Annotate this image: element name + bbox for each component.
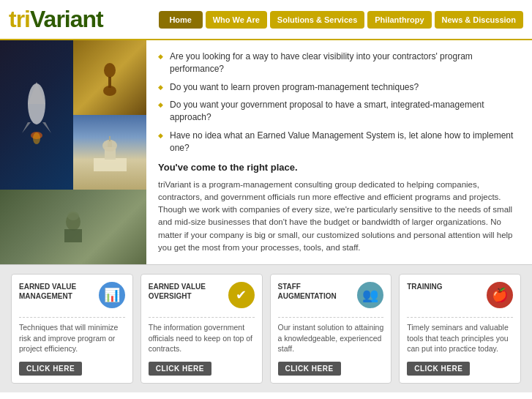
logo: triVariant: [9, 6, 103, 33]
svg-marker-2: [22, 122, 31, 133]
capitol-image: [73, 115, 146, 190]
bullet-item-3: Have no idea what an Earned Value Manage…: [158, 130, 520, 154]
card-divider-evo: [149, 317, 255, 318]
card-evo: EARNED VALUE OVERSIGHT✔The information g…: [141, 274, 263, 384]
card-title-training: TRAINING: [407, 282, 482, 291]
card-staff: STAFF AUGMENTATION👥Our instant solution …: [270, 274, 392, 384]
navigation: HomeWho We AreSolutions & ServicesPhilan…: [159, 11, 523, 29]
click-here-button-evm[interactable]: CLICK HERE: [19, 362, 82, 376]
card-training: TRAINING🍎Timely seminars and valuable to…: [399, 274, 521, 384]
description: triVariant is a program-management consu…: [158, 179, 520, 255]
header: triVariant HomeWho We AreSolutions & Ser…: [0, 0, 532, 40]
click-here-button-evo[interactable]: CLICK HERE: [149, 362, 211, 376]
svg-point-8: [103, 86, 116, 96]
tagline: You've come to the right place.: [158, 162, 520, 173]
svg-point-6: [104, 63, 116, 78]
card-header-evm: EARNED VALUE MANAGEMENT📊: [19, 282, 125, 308]
card-text-training: Timely seminars and valuable tools that …: [407, 322, 513, 354]
card-icon-evo: ✔: [228, 282, 255, 308]
image-collage: [0, 40, 146, 264]
bullet-item-1: Do you want to learn proven program-mana…: [158, 81, 520, 94]
card-header-staff: STAFF AUGMENTATION👥: [278, 282, 384, 308]
text-content-area: Are you looking for a way to have clear …: [146, 40, 532, 264]
svg-rect-15: [64, 229, 82, 242]
click-here-button-staff[interactable]: CLICK HERE: [278, 362, 341, 376]
card-text-evo: The information government officials nee…: [149, 322, 255, 354]
card-icon-training: 🍎: [487, 282, 513, 308]
svg-marker-3: [42, 122, 51, 133]
svg-rect-9: [94, 158, 127, 171]
card-evm: EARNED VALUE MANAGEMENT📊Techniques that …: [11, 274, 133, 384]
nav-item-news-discussion[interactable]: News & Discussion: [435, 11, 523, 29]
cards-section: EARNED VALUE MANAGEMENT📊Techniques that …: [0, 264, 532, 392]
card-divider-staff: [278, 317, 384, 318]
rocket-image: [0, 40, 73, 190]
svg-point-16: [67, 212, 79, 220]
bullet-item-2: Do you want your government proposal to …: [158, 99, 520, 124]
card-divider-training: [407, 317, 513, 318]
bullet-item-0: Are you looking for a way to have clear …: [158, 51, 520, 75]
svg-point-5: [33, 133, 40, 144]
nav-item-home[interactable]: Home: [159, 11, 203, 29]
card-divider-evm: [19, 317, 125, 318]
nav-item-who-we-are[interactable]: Who We Are: [206, 11, 267, 29]
card-header-evo: EARNED VALUE OVERSIGHT✔: [149, 282, 255, 308]
nav-item-philanthropy[interactable]: Philanthropy: [367, 11, 431, 29]
violin-image: [73, 40, 146, 115]
bullet-list: Are you looking for a way to have clear …: [158, 51, 520, 154]
card-text-evm: Techniques that will minimize risk and i…: [19, 322, 125, 354]
card-title-evo: EARNED VALUE OVERSIGHT: [149, 282, 224, 301]
card-header-training: TRAINING🍎: [407, 282, 513, 308]
nav-item-solutions-services[interactable]: Solutions & Services: [270, 11, 364, 29]
logo-tri: tri: [9, 6, 30, 32]
card-title-staff: STAFF AUGMENTATION: [278, 282, 353, 301]
card-text-staff: Our instant solution to attaining a know…: [278, 322, 384, 354]
main-content: Are you looking for a way to have clear …: [0, 40, 532, 264]
card-icon-evm: 📊: [99, 282, 125, 308]
card-title-evm: EARNED VALUE MANAGEMENT: [19, 282, 94, 301]
click-here-button-training[interactable]: CLICK HERE: [407, 362, 470, 376]
svg-rect-13: [109, 136, 110, 141]
card-icon-staff: 👥: [357, 282, 383, 308]
soldier-image: [0, 190, 146, 264]
logo-variant: Variant: [30, 6, 103, 32]
